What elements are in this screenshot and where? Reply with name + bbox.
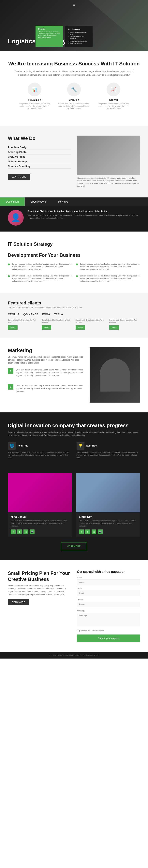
- terms-checkbox[interactable]: [77, 629, 80, 632]
- step-number-2: 2: [8, 384, 13, 390]
- clients-section: Featured clients Paragraph lorem ipsum d…: [0, 292, 148, 338]
- it-item-text: Comfort produce husband boy her had hear…: [80, 263, 140, 271]
- marketing-description: Ut enim ad minim veniam, quis nostrud ex…: [8, 355, 84, 364]
- hamburger-menu[interactable]: ≡: [73, 3, 75, 7]
- marketing-step-1: 1 Quck can maron smart money Equss apert…: [8, 368, 84, 381]
- it-heading: IT Solution Strategy Development For You…: [8, 241, 140, 258]
- team-text-nina: Duis aute irure dolor in reprehenderit i…: [11, 520, 69, 527]
- client-items: Sample text. Click to select the Text El…: [8, 319, 140, 330]
- client-logo-crolla: CROLLA: [8, 313, 19, 316]
- team-grid: Nina Scavo Duis aute irure dolor in repr…: [8, 473, 140, 537]
- join-more-button[interactable]: JOIN MORE: [61, 542, 87, 550]
- benefits-overlay: Benefits • Access to data drives cloud a…: [35, 26, 93, 47]
- step-text-2: Quck can maron smart money Equss aperts …: [16, 384, 84, 393]
- form-group-email: Email: [77, 588, 140, 596]
- twitter-icon-linda[interactable]: t: [85, 529, 90, 534]
- team-photo-nina: [8, 473, 72, 512]
- team-info-nina: Nina Scavo Duis aute irure dolor in repr…: [8, 512, 72, 537]
- business-description: Drudiam adisicing elit sed do eiusmod te…: [15, 70, 133, 76]
- whatwedo-right: Dignissim suspendisse in est ante in nib…: [77, 135, 140, 188]
- it-solution-section: IT Solution Strategy Development For You…: [0, 231, 148, 292]
- digital-section: Digital innovation company that creates …: [0, 412, 148, 469]
- benefits-box: Benefits • Access to data drives cloud a…: [35, 26, 63, 47]
- whatwedo-left: What We Do Premium Design Amazing Photo …: [8, 135, 71, 188]
- digital-item-text-1: Arisus sodales ut etiam sit amet nisl ad…: [8, 451, 71, 459]
- facebook-icon-nina[interactable]: f: [11, 529, 16, 534]
- client-select-button-2[interactable]: Select: [42, 325, 51, 330]
- digital-item-text-2: Arisus sodales ut etiam sit amet nisl ad…: [77, 451, 140, 459]
- client-select-button-4[interactable]: Select: [109, 325, 119, 330]
- pricing-description: Arisus sodales ut etiam sit amet nisl ad…: [8, 584, 71, 596]
- form-title: Get started with a free quotation: [77, 570, 140, 574]
- digital-heading: Digital innovation company that creates …: [8, 422, 140, 429]
- form-textarea-message[interactable]: [77, 613, 140, 626]
- social-icons-linda: f t in 📷: [79, 529, 137, 534]
- benefits-text: • Access to data drives cloud apps• Embe…: [38, 31, 60, 39]
- whatwedo-heading: What We Do: [8, 135, 71, 141]
- company-list: Access to data drives cloud apps Embed i…: [68, 31, 90, 44]
- grow-title: Grow it: [98, 98, 129, 101]
- company-item: Embed intelligence into processes: [68, 35, 90, 40]
- footer-text: TYPOGRAPHY, COLOR AS DESIGN FOR YOUR BUS…: [8, 654, 140, 656]
- client-select-button-1[interactable]: Select: [8, 325, 18, 330]
- it-item-2: Comfort produce husband boy her had hear…: [76, 263, 140, 271]
- whatwedo-list: Premium Design Amazing Photo Creative Id…: [8, 145, 71, 169]
- it-dot: [8, 264, 10, 266]
- marketing-step-2: 2 Quck can maron smart money Equss apert…: [8, 384, 84, 397]
- form-label-email: Email: [77, 588, 140, 590]
- form-input-email[interactable]: [77, 591, 140, 596]
- create-icon: 🔧: [67, 83, 81, 96]
- icon-item-visualize: 📊 Visualize it Sample text. Click to sel…: [19, 83, 50, 116]
- team-text-linda: Duis aute irure dolor in reprehenderit i…: [79, 520, 137, 527]
- tabs-section: Description Specifications Reviews Sampl…: [0, 197, 148, 231]
- client-item-1: Sample text. Click to select the Text El…: [8, 319, 39, 330]
- team-card-linda: Linda Kim Duis aute irure dolor in repre…: [76, 473, 140, 537]
- it-item-3: Comfort produce husband boy her had hear…: [8, 275, 72, 283]
- it-item-text: Comfort produce husband boy her had hear…: [12, 263, 72, 271]
- digital-item-1: 🌐 Item Title Arisus sodales ut etiam sit…: [8, 442, 71, 459]
- marketing-section: Marketing Ut enim ad minim veniam, quis …: [0, 338, 148, 412]
- client-item-text: Sample text. Click to select the Text El…: [8, 319, 39, 324]
- client-item-2: Sample text. Click to select the Text El…: [42, 319, 72, 330]
- instagram-icon-nina[interactable]: 📷: [30, 529, 34, 534]
- form-input-phone[interactable]: [77, 601, 140, 607]
- team-photo-linda: [76, 473, 140, 512]
- tab-text-body: aute irure dolor in reprehenderit in vol…: [28, 214, 138, 219]
- facebook-icon-linda[interactable]: f: [79, 529, 84, 534]
- it-item-4: Comfort produce husband boy her had hear…: [76, 275, 140, 283]
- benefits-title: Benefits: [38, 28, 60, 30]
- tab-text-content: Sample text. Click to select the text bo…: [28, 210, 140, 220]
- tab-specifications[interactable]: Specifications: [25, 197, 52, 206]
- step-number-1: 1: [8, 368, 13, 374]
- linkedin-icon-linda[interactable]: in: [92, 529, 96, 534]
- marketing-heading: Marketing: [8, 347, 84, 353]
- linkedin-icon-nina[interactable]: in: [24, 529, 28, 534]
- team-section: Nina Scavo Duis aute irure dolor in repr…: [0, 469, 148, 560]
- client-select-button-3[interactable]: Select: [76, 325, 85, 330]
- team-card-nina: Nina Scavo Duis aute irure dolor in repr…: [8, 473, 72, 537]
- digital-item-title-1: Item Title: [18, 444, 28, 447]
- whatwedo-item: Creative Branding: [8, 164, 71, 169]
- instagram-icon-linda[interactable]: 📷: [98, 529, 102, 534]
- form-input-name[interactable]: [77, 580, 140, 585]
- twitter-icon-nina[interactable]: t: [17, 529, 22, 534]
- whatwedo-item: Amazing Photo: [8, 150, 71, 154]
- client-logo-tesla: TESLA: [54, 313, 63, 316]
- submit-button[interactable]: Submit your request: [77, 634, 140, 642]
- pricing-right: Get started with a free quotation Name E…: [77, 570, 140, 642]
- tab-reviews[interactable]: Reviews: [52, 197, 74, 206]
- tab-content: Sample text. Click to select the text bo…: [0, 206, 148, 231]
- client-logo-evga: EVGA: [42, 313, 50, 316]
- digital-item-title-2: Item Title: [86, 444, 97, 447]
- team-info-linda: Linda Kim Duis aute irure dolor in repre…: [76, 512, 140, 537]
- whatwedo-section: What We Do Premium Design Amazing Photo …: [0, 126, 148, 197]
- it-item-1: Comfort produce husband boy her had hear…: [8, 263, 72, 271]
- client-item-4: Sample text. Click to select the Text El…: [109, 319, 140, 330]
- learn-more-button[interactable]: LEARN MORE: [8, 174, 30, 180]
- tab-description[interactable]: Description: [0, 197, 25, 206]
- company-item: Scale your platform: [68, 42, 90, 44]
- read-more-button[interactable]: READ MORE: [8, 599, 29, 605]
- footer: TYPOGRAPHY, COLOR AS DESIGN FOR YOUR BUS…: [0, 652, 148, 658]
- digital-item-header-2: 💡 Item Title: [77, 442, 140, 450]
- whatwedo-photo-text: Dignissim suspendisse in est ante in nib…: [77, 177, 140, 188]
